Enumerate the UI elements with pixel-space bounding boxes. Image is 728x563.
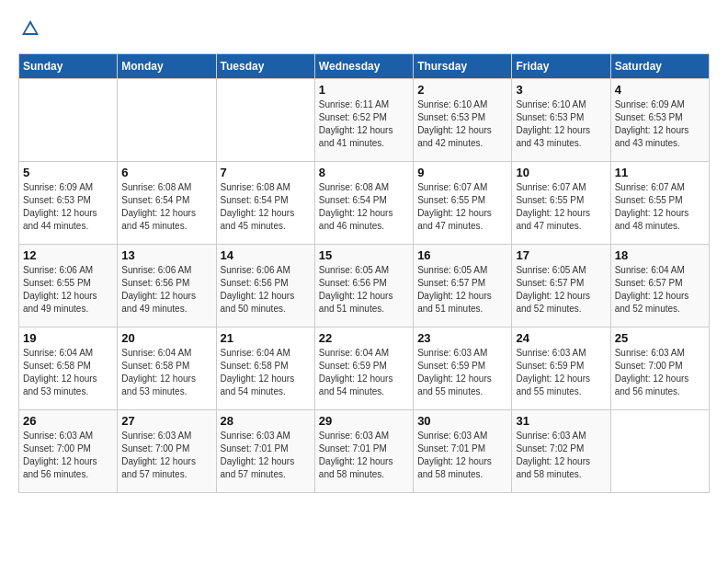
day-info: Sunrise: 6:03 AM Sunset: 7:00 PM Dayligh… bbox=[121, 430, 211, 481]
calendar-cell: 9Sunrise: 6:07 AM Sunset: 6:55 PM Daylig… bbox=[414, 162, 512, 245]
day-info: Sunrise: 6:03 AM Sunset: 7:01 PM Dayligh… bbox=[221, 430, 311, 481]
day-number: 28 bbox=[221, 414, 311, 428]
day-number: 20 bbox=[121, 331, 211, 345]
calendar-cell: 7Sunrise: 6:08 AM Sunset: 6:54 PM Daylig… bbox=[216, 162, 314, 245]
day-info: Sunrise: 6:09 AM Sunset: 6:53 PM Dayligh… bbox=[615, 98, 705, 150]
calendar-cell: 24Sunrise: 6:03 AM Sunset: 6:59 PM Dayli… bbox=[512, 327, 610, 410]
day-info: Sunrise: 6:03 AM Sunset: 7:01 PM Dayligh… bbox=[319, 430, 409, 481]
day-info: Sunrise: 6:05 AM Sunset: 6:56 PM Dayligh… bbox=[319, 264, 409, 316]
calendar-week-5: 26Sunrise: 6:03 AM Sunset: 7:00 PM Dayli… bbox=[19, 410, 710, 493]
day-number: 3 bbox=[516, 83, 606, 97]
calendar-cell: 29Sunrise: 6:03 AM Sunset: 7:01 PM Dayli… bbox=[314, 410, 413, 493]
day-info: Sunrise: 6:10 AM Sunset: 6:53 PM Dayligh… bbox=[516, 98, 606, 150]
day-number: 2 bbox=[417, 83, 507, 97]
calendar-cell: 31Sunrise: 6:03 AM Sunset: 7:02 PM Dayli… bbox=[512, 410, 610, 493]
day-info: Sunrise: 6:04 AM Sunset: 6:57 PM Dayligh… bbox=[615, 264, 705, 316]
calendar-week-3: 12Sunrise: 6:06 AM Sunset: 6:55 PM Dayli… bbox=[19, 245, 710, 327]
day-number: 10 bbox=[516, 166, 606, 179]
calendar-cell: 1Sunrise: 6:11 AM Sunset: 6:52 PM Daylig… bbox=[314, 79, 413, 162]
day-info: Sunrise: 6:03 AM Sunset: 6:59 PM Dayligh… bbox=[516, 347, 606, 398]
calendar-cell: 17Sunrise: 6:05 AM Sunset: 6:57 PM Dayli… bbox=[512, 245, 610, 327]
day-number: 9 bbox=[417, 166, 507, 179]
calendar-cell: 4Sunrise: 6:09 AM Sunset: 6:53 PM Daylig… bbox=[610, 79, 709, 162]
calendar-cell: 26Sunrise: 6:03 AM Sunset: 7:00 PM Dayli… bbox=[19, 410, 118, 493]
weekday-header-wednesday: Wednesday bbox=[314, 54, 413, 79]
day-info: Sunrise: 6:07 AM Sunset: 6:55 PM Dayligh… bbox=[516, 181, 606, 233]
calendar-cell: 28Sunrise: 6:03 AM Sunset: 7:01 PM Dayli… bbox=[216, 410, 314, 493]
day-number: 1 bbox=[319, 83, 409, 97]
day-info: Sunrise: 6:08 AM Sunset: 6:54 PM Dayligh… bbox=[121, 181, 211, 233]
day-number: 30 bbox=[417, 414, 507, 428]
day-number: 8 bbox=[319, 166, 409, 179]
day-info: Sunrise: 6:08 AM Sunset: 6:54 PM Dayligh… bbox=[319, 181, 409, 233]
weekday-header-tuesday: Tuesday bbox=[216, 54, 314, 79]
day-number: 26 bbox=[23, 414, 113, 428]
day-number: 12 bbox=[23, 248, 113, 262]
calendar-cell bbox=[216, 79, 314, 162]
calendar-cell: 27Sunrise: 6:03 AM Sunset: 7:00 PM Dayli… bbox=[118, 410, 216, 493]
calendar-cell: 18Sunrise: 6:04 AM Sunset: 6:57 PM Dayli… bbox=[610, 245, 709, 327]
weekday-header-saturday: Saturday bbox=[610, 54, 709, 79]
day-number: 15 bbox=[319, 248, 409, 262]
day-number: 23 bbox=[417, 331, 507, 345]
day-info: Sunrise: 6:07 AM Sunset: 6:55 PM Dayligh… bbox=[615, 181, 705, 233]
day-info: Sunrise: 6:03 AM Sunset: 7:00 PM Dayligh… bbox=[615, 347, 705, 398]
day-number: 14 bbox=[221, 248, 311, 262]
calendar-cell: 10Sunrise: 6:07 AM Sunset: 6:55 PM Dayli… bbox=[512, 162, 610, 245]
day-number: 22 bbox=[319, 331, 409, 345]
day-info: Sunrise: 6:03 AM Sunset: 7:01 PM Dayligh… bbox=[417, 430, 507, 481]
calendar-cell: 19Sunrise: 6:04 AM Sunset: 6:58 PM Dayli… bbox=[19, 327, 118, 410]
calendar-cell: 13Sunrise: 6:06 AM Sunset: 6:56 PM Dayli… bbox=[118, 245, 216, 327]
day-number: 16 bbox=[417, 248, 507, 262]
day-info: Sunrise: 6:04 AM Sunset: 6:58 PM Dayligh… bbox=[121, 347, 211, 398]
calendar-table: SundayMondayTuesdayWednesdayThursdayFrid… bbox=[18, 53, 710, 493]
logo bbox=[18, 18, 44, 39]
day-number: 5 bbox=[23, 166, 113, 179]
weekday-header-row: SundayMondayTuesdayWednesdayThursdayFrid… bbox=[19, 54, 710, 79]
day-number: 17 bbox=[516, 248, 606, 262]
day-number: 13 bbox=[121, 248, 211, 262]
calendar-cell: 20Sunrise: 6:04 AM Sunset: 6:58 PM Dayli… bbox=[118, 327, 216, 410]
day-number: 27 bbox=[121, 414, 211, 428]
day-number: 19 bbox=[23, 331, 113, 345]
calendar-cell: 30Sunrise: 6:03 AM Sunset: 7:01 PM Dayli… bbox=[414, 410, 512, 493]
calendar-cell: 22Sunrise: 6:04 AM Sunset: 6:59 PM Dayli… bbox=[314, 327, 413, 410]
day-number: 11 bbox=[615, 166, 705, 179]
weekday-header-monday: Monday bbox=[118, 54, 216, 79]
calendar-cell: 23Sunrise: 6:03 AM Sunset: 6:59 PM Dayli… bbox=[414, 327, 512, 410]
day-number: 24 bbox=[516, 331, 606, 345]
day-number: 6 bbox=[121, 166, 211, 179]
day-info: Sunrise: 6:10 AM Sunset: 6:53 PM Dayligh… bbox=[417, 98, 507, 150]
day-info: Sunrise: 6:03 AM Sunset: 6:59 PM Dayligh… bbox=[417, 347, 507, 398]
day-number: 18 bbox=[615, 248, 705, 262]
weekday-header-friday: Friday bbox=[512, 54, 610, 79]
day-info: Sunrise: 6:04 AM Sunset: 6:59 PM Dayligh… bbox=[319, 347, 409, 398]
day-number: 31 bbox=[516, 414, 606, 428]
day-info: Sunrise: 6:04 AM Sunset: 6:58 PM Dayligh… bbox=[221, 347, 311, 398]
calendar-cell: 11Sunrise: 6:07 AM Sunset: 6:55 PM Dayli… bbox=[610, 162, 709, 245]
day-info: Sunrise: 6:03 AM Sunset: 7:00 PM Dayligh… bbox=[23, 430, 113, 481]
weekday-header-thursday: Thursday bbox=[414, 54, 512, 79]
calendar-cell: 6Sunrise: 6:08 AM Sunset: 6:54 PM Daylig… bbox=[118, 162, 216, 245]
calendar-cell: 21Sunrise: 6:04 AM Sunset: 6:58 PM Dayli… bbox=[216, 327, 314, 410]
day-number: 25 bbox=[615, 331, 705, 345]
calendar-cell: 8Sunrise: 6:08 AM Sunset: 6:54 PM Daylig… bbox=[314, 162, 413, 245]
day-info: Sunrise: 6:05 AM Sunset: 6:57 PM Dayligh… bbox=[516, 264, 606, 316]
calendar-cell bbox=[19, 79, 118, 162]
logo-icon bbox=[20, 18, 40, 39]
weekday-header-sunday: Sunday bbox=[19, 54, 118, 79]
calendar-cell: 16Sunrise: 6:05 AM Sunset: 6:57 PM Dayli… bbox=[414, 245, 512, 327]
calendar-week-2: 5Sunrise: 6:09 AM Sunset: 6:53 PM Daylig… bbox=[19, 162, 710, 245]
calendar-cell bbox=[118, 79, 216, 162]
page-header bbox=[18, 18, 710, 39]
day-info: Sunrise: 6:06 AM Sunset: 6:55 PM Dayligh… bbox=[23, 264, 113, 316]
calendar-cell: 2Sunrise: 6:10 AM Sunset: 6:53 PM Daylig… bbox=[414, 79, 512, 162]
day-number: 29 bbox=[319, 414, 409, 428]
day-number: 21 bbox=[221, 331, 311, 345]
day-info: Sunrise: 6:06 AM Sunset: 6:56 PM Dayligh… bbox=[121, 264, 211, 316]
day-info: Sunrise: 6:06 AM Sunset: 6:56 PM Dayligh… bbox=[221, 264, 311, 316]
day-info: Sunrise: 6:09 AM Sunset: 6:53 PM Dayligh… bbox=[23, 181, 113, 233]
calendar-cell: 15Sunrise: 6:05 AM Sunset: 6:56 PM Dayli… bbox=[314, 245, 413, 327]
calendar-cell: 3Sunrise: 6:10 AM Sunset: 6:53 PM Daylig… bbox=[512, 79, 610, 162]
day-info: Sunrise: 6:11 AM Sunset: 6:52 PM Dayligh… bbox=[319, 98, 409, 150]
